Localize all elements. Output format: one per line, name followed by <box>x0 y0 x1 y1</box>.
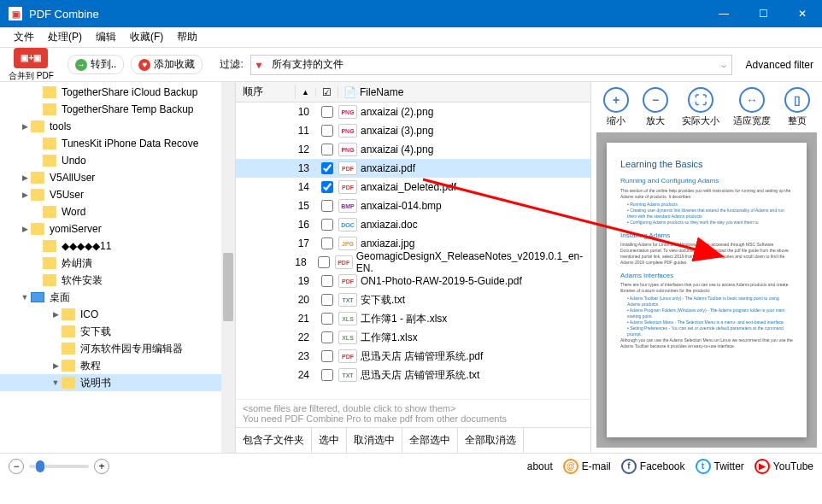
add-favorite-button[interactable]: ♥ 添加收藏 <box>131 55 203 74</box>
file-row[interactable]: 12PNGanxaizai (4).png <box>236 140 590 159</box>
file-checkbox[interactable] <box>321 294 333 306</box>
combine-pdf-button[interactable]: ▣+▣ 合并到 PDF <box>9 48 54 82</box>
menu-help[interactable]: 帮助 <box>170 30 204 44</box>
goto-button[interactable]: → 转到.. <box>68 55 125 74</box>
column-checkbox[interactable]: ☑ <box>316 86 338 98</box>
file-row[interactable]: 24TXT思迅天店 店铺管理系统.txt <box>236 366 590 384</box>
tree-item[interactable]: ▶yomiServer <box>0 220 235 237</box>
file-checkbox[interactable] <box>321 275 333 287</box>
tree-item[interactable]: ▶V5User <box>0 186 235 203</box>
file-row[interactable]: 23PDF思迅天店 店铺管理系统.pdf <box>236 347 590 366</box>
advanced-filter-link[interactable]: Advanced filter <box>746 59 813 71</box>
folder-icon <box>62 377 75 389</box>
file-row[interactable]: 18PDFGeomagicDesignX_ReleaseNotes_v2019.… <box>236 253 590 272</box>
preview-document[interactable]: Learning the Basics Running and Configur… <box>596 132 817 448</box>
file-row[interactable]: 20TXT安下载.txt <box>236 290 590 309</box>
close-button[interactable]: ✕ <box>783 0 822 27</box>
file-name: anxiazai.doc <box>361 219 418 231</box>
tree-item[interactable]: ▶tools <box>0 118 235 135</box>
tree-expander-icon[interactable]: ▶ <box>19 173 31 182</box>
menu-file[interactable]: 文件 <box>7 30 41 44</box>
full-page-button[interactable]: ▯整页 <box>784 87 810 127</box>
file-row[interactable]: 10PNGanxaizai (2).png <box>236 103 590 121</box>
file-checkbox[interactable] <box>321 144 333 155</box>
zoom-out-button[interactable]: +缩小 <box>603 87 629 127</box>
zoom-slider[interactable] <box>29 465 89 468</box>
file-name: anxaizai (4).png <box>361 144 433 155</box>
tree-item[interactable]: ▶V5AllUser <box>0 169 235 186</box>
row-number: 18 <box>236 256 314 268</box>
tree-item[interactable]: 软件安装 <box>0 272 235 289</box>
menu-edit[interactable]: 编辑 <box>89 30 123 44</box>
file-checkbox[interactable] <box>321 181 333 193</box>
sort-indicator[interactable]: ▲ <box>296 88 316 97</box>
filter-select[interactable]: ▾ 所有支持的文件 ⌵ <box>250 55 732 75</box>
file-row[interactable]: 11PNGanxaizai (3).png <box>236 121 590 140</box>
tree-expander-icon[interactable]: ▶ <box>50 361 62 370</box>
tree-item[interactable]: TogetherShare Temp Backup <box>0 101 235 118</box>
column-filename[interactable]: 📄 FileName <box>338 86 590 98</box>
zoom-plus-button[interactable]: + <box>94 459 109 474</box>
zoom-in-button[interactable]: −放大 <box>643 87 668 127</box>
file-checkbox[interactable] <box>321 331 333 343</box>
menu-favorites[interactable]: 收藏(F) <box>123 30 170 44</box>
tree-expander-icon[interactable]: ▼ <box>50 378 62 387</box>
file-checkbox[interactable] <box>321 350 333 362</box>
tree-item[interactable]: ▶ICO <box>0 306 235 323</box>
select-button[interactable]: 选中 <box>312 428 347 453</box>
tree-item[interactable]: ◆◆◆◆◆11 <box>0 237 235 255</box>
youtube-link[interactable]: ▶YouTube <box>754 459 813 474</box>
file-checkbox[interactable] <box>321 237 333 249</box>
file-name: 思迅天店 店铺管理系统.pdf <box>361 349 483 364</box>
about-link[interactable]: about <box>527 460 553 472</box>
file-checkbox[interactable] <box>321 219 333 231</box>
file-row[interactable]: 22XLS工作簿1.xlsx <box>236 328 590 347</box>
email-icon: @ <box>563 459 578 474</box>
file-row[interactable]: 16DOCanxiazai.doc <box>236 215 590 234</box>
tree-item[interactable]: TogetherShare iCloud Backup <box>0 84 235 101</box>
tree-expander-icon[interactable]: ▶ <box>19 190 31 199</box>
tree-item[interactable]: TunesKit iPhone Data Recove <box>0 135 235 152</box>
column-order[interactable]: 顺序 <box>236 85 296 99</box>
file-checkbox[interactable] <box>321 313 333 325</box>
maximize-button[interactable]: ☐ <box>743 0 783 27</box>
tree-item[interactable]: 安下载 <box>0 323 235 340</box>
tree-item[interactable]: Word <box>0 203 235 220</box>
tree-item[interactable]: ▼说明书 <box>0 374 235 391</box>
zoom-minus-button[interactable]: − <box>9 459 24 474</box>
minimize-button[interactable]: — <box>704 0 743 27</box>
file-checkbox[interactable] <box>321 162 333 174</box>
file-row[interactable]: 21XLS工作簿1 - 副本.xlsx <box>236 309 590 328</box>
file-row[interactable]: 13PDFanxaizai.pdf <box>236 159 590 178</box>
email-link[interactable]: @E-mail <box>563 459 611 474</box>
tree-item[interactable]: Undo <box>0 152 235 169</box>
facebook-link[interactable]: fFacebook <box>621 459 685 474</box>
tree-expander-icon[interactable]: ▶ <box>19 225 31 233</box>
include-subfolders[interactable]: 包含子文件夹 <box>236 428 312 453</box>
file-checkbox[interactable] <box>321 369 333 381</box>
file-checkbox[interactable] <box>321 200 333 212</box>
tree-expander-icon[interactable]: ▶ <box>50 310 62 319</box>
tree-scrollbar[interactable] <box>221 82 235 453</box>
twitter-link[interactable]: tTwitter <box>696 459 744 474</box>
tree-expander-icon[interactable]: ▶ <box>19 122 31 131</box>
tree-item[interactable]: 妗岄潰 <box>0 255 235 272</box>
file-row[interactable]: 19PDFON1-Photo-RAW-2019-5-Guide.pdf <box>236 272 590 290</box>
file-checkbox[interactable] <box>321 106 333 118</box>
tree-expander-icon[interactable]: ▼ <box>19 293 31 302</box>
tree-item[interactable]: 河东软件园专用编辑器 <box>0 340 235 357</box>
actual-size-button[interactable]: ⛶实际大小 <box>682 87 719 127</box>
tree-item[interactable]: ▶教程 <box>0 357 235 374</box>
file-row[interactable]: 14PDFanxaizai_Deleted.pdf <box>236 178 590 196</box>
select-all-button[interactable]: 全部选中 <box>402 428 458 453</box>
file-checkbox[interactable] <box>321 125 333 137</box>
file-row[interactable]: 15BMPanxaizai-014.bmp <box>236 196 590 215</box>
file-checkbox[interactable] <box>318 256 330 268</box>
xls-icon: XLS <box>338 312 357 325</box>
fit-width-button[interactable]: ↔适应宽度 <box>733 87 771 127</box>
deselect-all-button[interactable]: 全部取消选 <box>458 428 524 453</box>
deselect-button[interactable]: 取消选中 <box>347 428 402 453</box>
menu-process[interactable]: 处理(P) <box>41 30 89 44</box>
png-icon: PNG <box>338 105 357 119</box>
tree-item[interactable]: ▼桌面 <box>0 289 235 306</box>
